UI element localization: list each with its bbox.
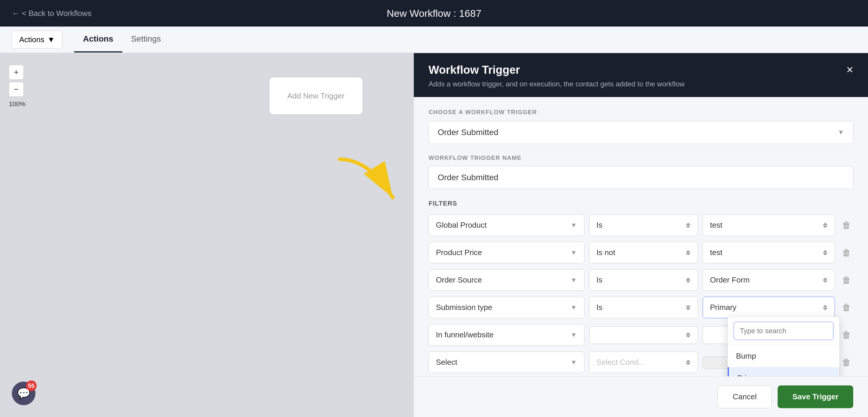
chevron-down-icon: ▼ xyxy=(570,331,577,339)
back-link[interactable]: ← < Back to Workflows xyxy=(12,9,92,18)
updown-icon xyxy=(686,305,690,310)
filter-row-1: Global Product ▼ Is test 🗑 xyxy=(429,214,853,236)
filter-delete-button-3[interactable]: 🗑 xyxy=(840,273,853,287)
updown-icon xyxy=(686,360,690,365)
filter-row-3: Order Source ▼ Is Order Form 🗑 xyxy=(429,269,853,291)
updown-icon xyxy=(686,250,690,255)
chevron-down-icon: ▼ xyxy=(47,35,55,44)
main-content: + − 100% Add New Trigger Workflow Trigge… xyxy=(0,53,868,417)
filter-value-4[interactable]: Primary xyxy=(703,297,835,318)
filter-delete-button-6[interactable]: 🗑 xyxy=(840,355,853,370)
filter-value-2[interactable]: test xyxy=(703,242,835,263)
tab-settings[interactable]: Settings xyxy=(122,27,170,53)
zoom-controls: + − 100% xyxy=(9,65,25,108)
updown-icon xyxy=(686,333,690,338)
submission-type-dropdown: Bump Primary Upsell xyxy=(727,317,840,376)
chevron-down-icon: ▼ xyxy=(570,304,577,311)
panel-body: CHOOSE A WORKFLOW TRIGGER Order Submitte… xyxy=(414,97,868,376)
updown-icon xyxy=(823,278,828,283)
filter-condition-4[interactable]: Is xyxy=(589,297,698,318)
chevron-down-icon: ▼ xyxy=(570,221,577,229)
filter-condition-1[interactable]: Is xyxy=(589,214,698,236)
zoom-in-button[interactable]: + xyxy=(9,65,24,80)
zoom-level: 100% xyxy=(9,100,25,108)
filter-condition-3[interactable]: Is xyxy=(589,269,698,291)
dropdown-search-container xyxy=(728,317,839,345)
filter-condition-5[interactable] xyxy=(589,326,698,344)
panel-footer: Cancel Save Trigger xyxy=(414,376,868,417)
filter-field-1[interactable]: Global Product ▼ xyxy=(429,214,585,236)
filter-value-1[interactable]: test xyxy=(703,214,835,236)
panel-header: Workflow Trigger Adds a workflow trigger… xyxy=(414,53,868,97)
filter-field-6[interactable]: Select ▼ xyxy=(429,351,585,373)
zoom-out-button[interactable]: − xyxy=(9,82,24,97)
arrow-annotation xyxy=(310,153,428,227)
filter-delete-button-2[interactable]: 🗑 xyxy=(840,245,853,260)
panel-title: Workflow Trigger xyxy=(429,64,853,76)
dropdown-item-primary[interactable]: Primary xyxy=(728,367,839,376)
filter-row-4: Submission type ▼ Is Primary 🗑 xyxy=(429,297,853,318)
top-bar: ← < Back to Workflows New Workflow : 168… xyxy=(0,0,868,27)
updown-icon xyxy=(823,305,828,310)
actions-bar: Actions ▼ Actions Settings xyxy=(0,27,868,53)
tabs-container: Actions Settings xyxy=(62,27,182,53)
filter-field-5[interactable]: In funnel/website ▼ xyxy=(429,324,585,346)
updown-icon xyxy=(686,278,690,283)
filters-label: FILTERS xyxy=(429,200,853,207)
add-trigger-card[interactable]: Add New Trigger xyxy=(269,77,363,115)
cancel-button[interactable]: Cancel xyxy=(718,385,772,408)
chevron-down-icon: ▼ xyxy=(570,359,577,366)
trigger-type-select[interactable]: Order Submitted ▼ xyxy=(429,121,853,144)
back-arrow-icon: ← xyxy=(12,9,20,18)
filter-field-2[interactable]: Product Price ▼ xyxy=(429,242,585,263)
filter-condition-6[interactable]: Select Cond... xyxy=(589,351,698,373)
actions-dropdown-button[interactable]: Actions ▼ xyxy=(12,31,62,49)
chat-badge: 55 xyxy=(26,380,37,391)
panel-subtitle: Adds a workflow trigger, and on executio… xyxy=(429,80,853,88)
chevron-down-icon: ▼ xyxy=(570,276,577,284)
dropdown-item-bump[interactable]: Bump xyxy=(728,345,839,367)
dropdown-search-input[interactable] xyxy=(734,322,833,340)
trigger-section-label: CHOOSE A WORKFLOW TRIGGER xyxy=(429,109,853,115)
filter-condition-2[interactable]: Is not xyxy=(589,242,698,263)
chat-bubble[interactable]: 💬 55 xyxy=(12,382,35,405)
filter-row-2: Product Price ▼ Is not test 🗑 xyxy=(429,242,853,263)
trigger-name-input[interactable] xyxy=(429,166,853,189)
save-trigger-button[interactable]: Save Trigger xyxy=(778,385,853,408)
filter-delete-button-1[interactable]: 🗑 xyxy=(840,218,853,233)
filter-value-3[interactable]: Order Form xyxy=(703,269,835,291)
trigger-name-label: WORKFLOW TRIGGER NAME xyxy=(429,154,853,161)
updown-icon xyxy=(823,250,828,255)
workflow-trigger-panel: Workflow Trigger Adds a workflow trigger… xyxy=(413,53,868,417)
chevron-down-icon: ▼ xyxy=(570,249,577,256)
updown-icon xyxy=(686,223,690,228)
panel-close-button[interactable]: × xyxy=(846,64,853,75)
filter-field-4[interactable]: Submission type ▼ xyxy=(429,297,585,318)
updown-icon xyxy=(823,223,828,228)
page-title: New Workflow : 1687 xyxy=(386,8,482,19)
filter-delete-button-5[interactable]: 🗑 xyxy=(840,328,853,342)
chevron-down-icon: ▼ xyxy=(838,129,844,136)
filter-field-3[interactable]: Order Source ▼ xyxy=(429,269,585,291)
actions-btn-label: Actions xyxy=(19,35,44,44)
filter-delete-button-4[interactable]: 🗑 xyxy=(840,300,853,315)
tab-actions[interactable]: Actions xyxy=(74,27,122,53)
